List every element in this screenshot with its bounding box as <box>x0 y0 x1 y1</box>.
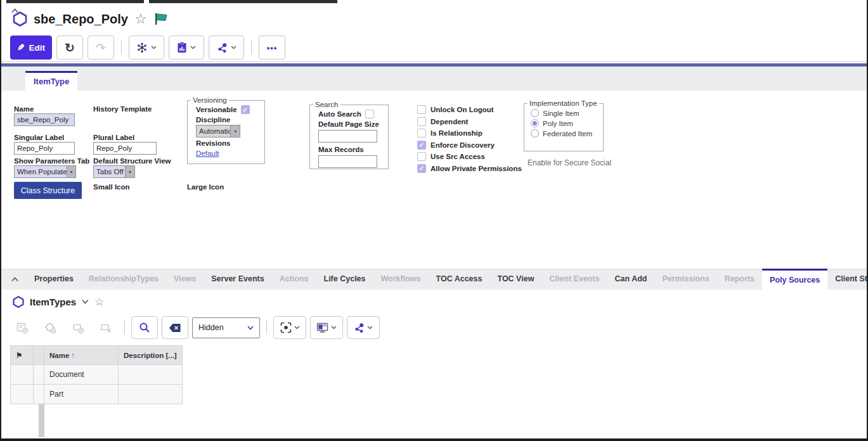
structure-menu-button[interactable] <box>129 35 164 60</box>
chevron-down-icon <box>331 326 337 329</box>
checkbox-icon[interactable] <box>417 129 426 137</box>
focus-menu-button[interactable] <box>273 316 306 339</box>
structure-hub-icon <box>136 42 148 53</box>
auto-search-checkbox[interactable] <box>365 110 374 118</box>
checkbox-icon[interactable] <box>417 152 426 161</box>
tab-server-events[interactable]: Server Events <box>204 269 271 290</box>
dropdown-arrow-icon: ▾ <box>67 166 75 177</box>
tab-actions: Actions <box>272 269 316 290</box>
checkbox-icon[interactable] <box>417 141 426 150</box>
display-menu-button[interactable] <box>310 316 343 339</box>
radio-poly-item[interactable]: Poly Item <box>531 119 603 127</box>
flag-icon[interactable] <box>153 12 168 26</box>
new-with-settings-button <box>38 316 62 339</box>
radio-icon[interactable] <box>531 109 539 117</box>
radio-label: Federated Item <box>543 130 592 137</box>
dropdown-arrow-icon: ▾ <box>230 125 240 137</box>
flag-is-relationship[interactable]: Is Relationship <box>417 129 522 137</box>
class-structure-button[interactable]: Class Structure <box>14 182 82 199</box>
grid-share-menu-button[interactable] <box>347 316 380 339</box>
name-column-label: Name <box>49 352 69 359</box>
discipline-select: Automatic ▾ <box>196 125 240 137</box>
grid-favorite-star-icon[interactable]: ☆ <box>94 297 104 307</box>
flag-enforce-discovery[interactable]: Enforce Discovery <box>417 141 522 150</box>
clipboard-chart-icon <box>177 42 187 53</box>
max-records-field[interactable] <box>318 155 377 168</box>
checkbox-icon[interactable] <box>417 164 426 173</box>
promote-button: ↷ <box>87 35 114 60</box>
default-structure-view-label: Default Structure View <box>93 157 171 165</box>
singular-label-field[interactable] <box>14 142 75 155</box>
flag-dependent[interactable]: Dependent <box>417 117 522 126</box>
tab-toc-view[interactable]: TOC View <box>489 269 541 290</box>
promote-icon: ↷ <box>96 41 106 55</box>
show-parameters-tab-label: Show Parameters Tab <box>14 157 89 165</box>
reports-menu-button[interactable] <box>169 35 204 60</box>
flag-label: Is Relationship <box>431 129 483 137</box>
clear-search-button[interactable] <box>162 316 188 339</box>
flag-column-header[interactable]: ⚑ <box>11 346 34 365</box>
add-related-icon <box>72 322 84 334</box>
radio-single-item[interactable]: Single Item <box>531 109 603 117</box>
flag-use-src-access[interactable]: Use Src Access <box>417 152 522 161</box>
default-structure-view-select[interactable]: Tabs Off ▾ <box>93 165 135 178</box>
flag-unlock-on-logout[interactable]: Unlock On Logout <box>417 105 522 114</box>
edit-button-label: Edit <box>29 43 46 53</box>
collapse-form-icon[interactable] <box>11 8 18 13</box>
discipline-value: Automatic <box>197 127 230 135</box>
name-column-header[interactable]: Name↑ <box>44 346 119 365</box>
collapse-relationships-icon[interactable] <box>11 277 18 282</box>
chevron-down-icon <box>190 46 196 49</box>
refresh-button[interactable]: ↻ <box>56 35 83 60</box>
description-column-header[interactable]: Description [...] <box>119 346 183 365</box>
show-parameters-tab-select[interactable]: When Populated ▾ <box>14 165 76 178</box>
tab-workflows: Workflows <box>373 269 429 290</box>
default-structure-view-value: Tabs Off <box>94 168 124 176</box>
tab-properties[interactable]: Properties <box>27 269 81 290</box>
default-page-size-field[interactable] <box>318 130 377 143</box>
row-name-cell[interactable]: Document <box>44 365 119 385</box>
window-tab-strip-1 <box>6 0 144 3</box>
tab-life-cycles[interactable]: Life Cycles <box>316 269 373 290</box>
row-flag-cell[interactable] <box>11 385 34 404</box>
tab-client-events: Client Events <box>541 269 607 290</box>
tab-poly-sources[interactable]: Poly Sources <box>762 269 827 290</box>
more-options-button[interactable]: ••• <box>259 35 285 60</box>
checkbox-icon[interactable] <box>417 117 426 126</box>
tab-toc-access[interactable]: TOC Access <box>429 269 490 290</box>
tab-can-add[interactable]: Can Add <box>607 269 655 290</box>
row-flag-cell[interactable] <box>11 365 34 385</box>
radio-federated-item[interactable]: Federated Item <box>531 129 603 137</box>
plural-label-field[interactable] <box>93 142 157 155</box>
edit-button[interactable]: ✎ Edit <box>10 35 52 60</box>
flag-allow-private-permissions[interactable]: Allow Private Permissions <box>417 164 522 173</box>
chevron-down-icon <box>294 326 300 329</box>
tab-reports: Reports <box>717 269 762 290</box>
revisions-default-link[interactable]: Default <box>196 150 219 157</box>
flag-icon: ⚑ <box>16 352 22 359</box>
favorite-star-icon[interactable]: ☆ <box>134 12 147 26</box>
table-row-part[interactable]: Part <box>11 385 183 404</box>
tab-client-style[interactable]: Client Style <box>827 269 867 290</box>
chevron-down-icon <box>247 326 254 330</box>
share-menu-button[interactable] <box>209 35 244 60</box>
auto-search-label: Auto Search <box>318 110 361 118</box>
hidden-filter-select[interactable]: Hidden <box>192 317 260 338</box>
radio-icon[interactable] <box>531 119 539 127</box>
radio-icon[interactable] <box>531 129 539 137</box>
row-name-cell[interactable]: Part <box>44 385 119 404</box>
flag-label: Dependent <box>431 118 468 125</box>
row-description-cell[interactable] <box>119 385 183 404</box>
versionable-checkbox[interactable] <box>241 105 250 114</box>
checkbox-icon[interactable] <box>417 105 426 114</box>
chevron-down-icon <box>151 46 157 49</box>
name-field[interactable] <box>14 113 75 126</box>
tab-itemtype[interactable]: ItemType <box>25 71 77 91</box>
versionable-label: Versionable <box>196 106 237 113</box>
table-row-document[interactable]: Document <box>11 365 183 385</box>
grid-title-chevron-icon[interactable] <box>82 299 89 304</box>
row-gutter-cell[interactable] <box>34 365 44 385</box>
row-gutter-cell[interactable] <box>34 385 44 404</box>
run-search-button[interactable] <box>131 316 158 339</box>
row-description-cell[interactable] <box>119 365 183 385</box>
